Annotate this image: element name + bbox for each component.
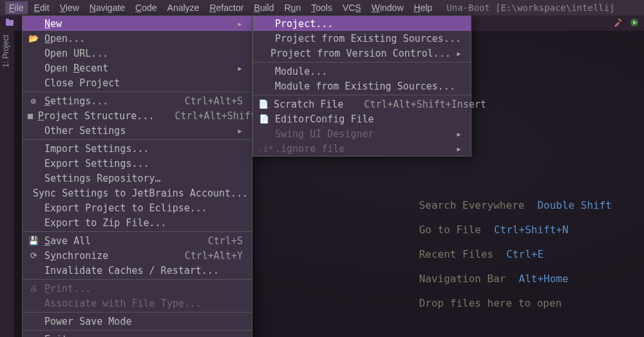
menu-tools[interactable]: Tools: [307, 1, 336, 14]
menu-item-label: Associate with File Type...: [44, 298, 243, 309]
svg-rect-1: [6, 19, 9, 21]
welcome-hints: Search EverywhereDouble ShiftGo to FileC…: [419, 193, 612, 316]
file-item-close-project[interactable]: Close Project: [23, 75, 252, 90]
📄-icon: 📄: [258, 99, 269, 109]
hint-shortcut: Alt+Home: [519, 267, 569, 291]
file-item-print: 🖨Print...: [23, 281, 252, 296]
menu-item-label: Settings Repository…: [44, 173, 243, 184]
menu-item-label: Exit: [44, 334, 243, 338]
file-item-open-url[interactable]: Open URL...: [23, 46, 252, 61]
file-item-exit[interactable]: Exit: [23, 332, 252, 337]
⟳-icon: ⟳: [28, 251, 39, 260]
menu-item-label: Open Recent: [44, 63, 232, 74]
project-toolwindow-tab[interactable]: 1: Project: [0, 31, 12, 72]
menu-help[interactable]: Help: [410, 1, 437, 14]
new-item-project-from-version-control[interactable]: Project from Version Control...▸: [253, 46, 471, 61]
menu-item-label: Project from Version Control...: [270, 48, 451, 59]
file-item-export-project-to-eclipse[interactable]: Export Project to Eclipse...: [23, 200, 252, 215]
file-separator: [23, 231, 252, 232]
submenu-arrow-icon: ▸: [237, 18, 243, 30]
hint-shortcut: Ctrl+E: [506, 242, 544, 267]
project-breadcrumb: Una-Boot [E:\workspace\intellij: [446, 3, 614, 13]
file-item-sync-settings-to-jetbrains-account[interactable]: Sync Settings to JetBrains Account...: [23, 186, 252, 200]
menu-item-label: Invalidate Caches / Restart...: [44, 265, 243, 276]
menu-item-label: Open URL...: [44, 48, 243, 59]
hint-text: Navigation Bar: [419, 267, 506, 291]
new-item-project[interactable]: Project...: [253, 16, 471, 31]
menu-item-label: Other Settings: [44, 125, 232, 137]
file-item-invalidate-caches-restart[interactable]: Invalidate Caches / Restart...: [23, 263, 252, 278]
file-item-synchronize[interactable]: ⟳SynchronizeCtrl+Alt+Y: [23, 248, 252, 263]
new-item-module[interactable]: Module...: [253, 64, 471, 79]
new-item-project-from-existing-sources[interactable]: Project from Existing Sources...: [253, 31, 471, 46]
hint-row: Search EverywhereDouble Shift: [419, 193, 612, 218]
menu-edit[interactable]: Edit: [30, 1, 53, 14]
hint-text: Recent Files: [419, 242, 494, 267]
svg-rect-0: [6, 20, 14, 26]
menu-item-label: Save All: [44, 235, 187, 247]
menu-item-label: Close Project: [44, 77, 243, 89]
menu-item-shortcut: Ctrl+Alt+S: [185, 95, 243, 107]
menu-item-label: .ignore file: [275, 143, 451, 155]
⚙-icon: ⚙: [28, 96, 39, 106]
menu-navigate[interactable]: Navigate: [86, 1, 129, 14]
📂-icon: 📂: [28, 34, 39, 43]
file-item-open[interactable]: 📂Open...: [23, 31, 252, 46]
menu-item-shortcut: Ctrl+Alt+Shift+Insert: [364, 99, 486, 110]
new-item-scratch-file[interactable]: 📄Scratch FileCtrl+Alt+Shift+Insert: [253, 97, 471, 111]
menu-item-label: Export Project to Eclipse...: [44, 202, 243, 214]
new-separator: [253, 95, 471, 95]
file-item-settings[interactable]: ⚙Settings...Ctrl+Alt+S: [23, 93, 252, 108]
menu-item-label: Power Save Mode: [44, 316, 243, 327]
menu-item-label: Open...: [44, 33, 243, 44]
menu-window[interactable]: Window: [368, 1, 408, 14]
new-item-module-from-existing-sources[interactable]: Module from Existing Sources...: [253, 79, 471, 93]
file-item-import-settings[interactable]: Import Settings...: [23, 141, 252, 156]
file-separator: [23, 139, 252, 140]
menu-item-shortcut: Ctrl+S: [208, 235, 243, 247]
.i*-icon: .i*: [258, 144, 270, 153]
new-separator: [253, 62, 471, 63]
file-item-new[interactable]: New▸: [23, 16, 252, 31]
menu-analyze[interactable]: Analyze: [164, 1, 204, 14]
menu-item-label: Print...: [44, 283, 243, 294]
menubar: FileEditViewNavigateCodeAnalyzeRefactorB…: [0, 0, 644, 15]
hint-row: Navigation BarAlt+Home: [419, 267, 612, 291]
menu-view[interactable]: View: [56, 1, 83, 14]
file-item-settings-repository[interactable]: Settings Repository…: [23, 171, 252, 186]
menu-item-label: Synchronize: [44, 250, 164, 262]
new-item-editorconfig-file[interactable]: 📄EditorConfig File: [253, 111, 471, 126]
file-item-export-to-zip-file[interactable]: Export to Zip File...: [23, 215, 252, 230]
menu-item-label: Scratch File: [274, 99, 343, 110]
hint-row: Go to FileCtrl+Shift+N: [419, 218, 612, 242]
file-item-export-settings[interactable]: Export Settings...: [23, 156, 252, 171]
menu-code[interactable]: Code: [131, 1, 160, 14]
file-item-open-recent[interactable]: Open Recent▸: [23, 61, 252, 75]
file-separator: [23, 312, 252, 313]
hint-row: Drop files here to open: [419, 291, 612, 316]
hint-row: Recent FilesCtrl+E: [419, 242, 612, 267]
submenu-arrow-icon: ▸: [456, 143, 462, 155]
new-item-swing-ui-designer: Swing UI Designer▸: [253, 126, 471, 141]
menu-build[interactable]: Build: [250, 1, 278, 14]
project-tool-icon[interactable]: [5, 18, 14, 29]
menu-item-label: Settings...: [44, 95, 164, 107]
file-item-other-settings[interactable]: Other Settings▸: [23, 123, 252, 138]
menu-vcs[interactable]: VCS: [339, 1, 365, 14]
pickaxe-icon[interactable]: [613, 18, 622, 29]
new-item-ignore-file: .i*.ignore file▸: [253, 141, 471, 156]
menu-item-label: Project from Existing Sources...: [275, 33, 462, 44]
new-submenu-popup: Project...Project from Existing Sources.…: [252, 15, 471, 157]
hint-shortcut: Ctrl+Shift+N: [494, 218, 569, 242]
📄-icon: 📄: [258, 114, 270, 124]
file-item-project-structure[interactable]: ▦Project Structure...Ctrl+Alt+Shift+S: [23, 108, 252, 123]
file-item-save-all[interactable]: 💾Save AllCtrl+S: [23, 233, 252, 248]
menu-item-label: Swing UI Designer: [275, 128, 451, 140]
menu-run[interactable]: Run: [280, 1, 305, 14]
menu-refactor[interactable]: Refactor: [205, 1, 247, 14]
💾-icon: 💾: [28, 236, 39, 246]
file-item-power-save-mode[interactable]: Power Save Mode: [23, 314, 252, 329]
left-toolwindow-bar: 1: Project: [0, 31, 14, 337]
run-icon[interactable]: [630, 18, 639, 29]
menu-file[interactable]: File: [5, 1, 28, 14]
